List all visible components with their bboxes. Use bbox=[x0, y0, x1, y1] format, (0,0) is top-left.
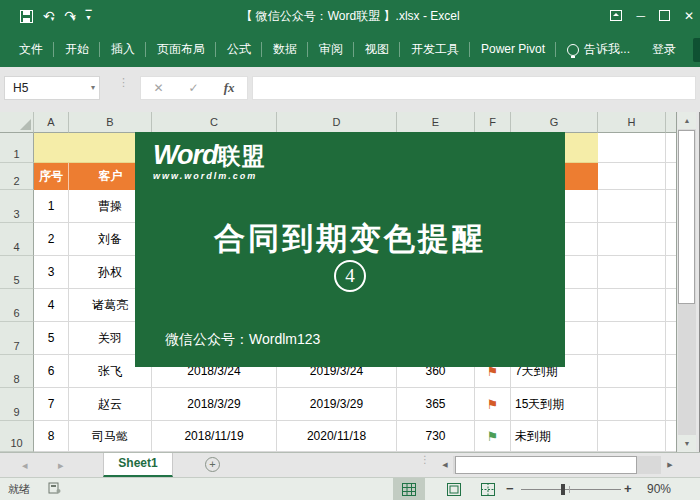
tab-insert[interactable]: 插入 bbox=[100, 32, 146, 67]
normal-view-button[interactable] bbox=[393, 478, 425, 500]
cell-seq[interactable]: 3 bbox=[34, 256, 69, 289]
scroll-left-icon[interactable]: ◀ bbox=[438, 456, 452, 474]
tab-view[interactable]: 视图 bbox=[354, 32, 400, 67]
close-button[interactable]: ✕ bbox=[684, 10, 694, 22]
cell-name[interactable]: 司马懿 bbox=[69, 421, 152, 452]
vertical-scroll-thumb[interactable] bbox=[678, 130, 695, 304]
zoom-in-icon[interactable]: + bbox=[624, 481, 632, 496]
row-header-8[interactable]: 8 bbox=[0, 355, 34, 388]
scroll-right-icon[interactable]: ▶ bbox=[663, 456, 677, 474]
cell-start-date[interactable]: 2018/11/19 bbox=[152, 421, 277, 452]
formula-bar: H5▾ ⋮ ✕ ✓ fx bbox=[0, 67, 700, 112]
column-header-h[interactable]: H bbox=[598, 112, 666, 133]
select-all-corner[interactable] bbox=[0, 112, 34, 133]
table-row: 9 7 赵云 2018/3/29 2019/3/29 365 ⚑ 15天到期 bbox=[0, 388, 676, 421]
tab-power-pivot[interactable]: Power Pivot bbox=[470, 32, 556, 67]
table-row: 10 8 司马懿 2018/11/19 2020/11/18 730 ⚑ 未到期 bbox=[0, 421, 676, 452]
minimize-button[interactable]: ─ bbox=[636, 10, 645, 22]
step-number-badge: 4 bbox=[334, 260, 366, 292]
cell-name[interactable]: 赵云 bbox=[69, 388, 152, 421]
cell-h1[interactable] bbox=[598, 133, 666, 163]
sheet-tab-sheet1[interactable]: Sheet1 bbox=[103, 453, 173, 477]
scroll-up-icon[interactable]: ▲ bbox=[678, 112, 696, 129]
cell-seq[interactable]: 4 bbox=[34, 289, 69, 322]
sheetbar-separator: ⋮ bbox=[420, 457, 428, 462]
column-header-b[interactable]: B bbox=[69, 112, 152, 133]
sign-in-button[interactable]: 登录 bbox=[641, 32, 687, 67]
column-header-c[interactable]: C bbox=[152, 112, 277, 133]
flag-icon: ⚑ bbox=[487, 430, 499, 443]
namebox-dropdown-icon[interactable]: ▾ bbox=[91, 77, 95, 99]
row-header-1[interactable]: 1 bbox=[0, 133, 34, 163]
cell-days[interactable]: 730 bbox=[397, 421, 475, 452]
row-header-5[interactable]: 5 bbox=[0, 256, 34, 289]
cell-flag[interactable]: ⚑ bbox=[475, 388, 511, 421]
column-header-filler bbox=[666, 112, 676, 133]
column-header-g[interactable]: G bbox=[511, 112, 598, 133]
cell-flag[interactable]: ⚑ bbox=[475, 421, 511, 452]
vertical-scrollbar[interactable]: ▲ ▼ bbox=[678, 112, 696, 452]
sheet-tab-bar: ◂ ▸ Sheet1 + ⋮ ◀ ▶ bbox=[0, 452, 700, 477]
page-layout-view-button[interactable] bbox=[438, 478, 470, 500]
cell-start-date[interactable]: 2018/3/29 bbox=[152, 388, 277, 421]
column-header-e[interactable]: E bbox=[397, 112, 475, 133]
tab-home[interactable]: 开始 bbox=[54, 32, 100, 67]
cell-status[interactable]: 未到期 bbox=[511, 421, 598, 452]
next-sheet-icon[interactable]: ▸ bbox=[58, 453, 64, 477]
formula-input[interactable] bbox=[252, 76, 696, 100]
cell-seq[interactable]: 2 bbox=[34, 223, 69, 256]
tab-data[interactable]: 数据 bbox=[262, 32, 308, 67]
ribbon-display-options-icon[interactable] bbox=[610, 10, 622, 23]
horizontal-scrollbar[interactable] bbox=[453, 456, 661, 474]
tab-file[interactable]: 文件 bbox=[8, 32, 54, 67]
cell-seq[interactable]: 8 bbox=[34, 421, 69, 452]
tab-developer[interactable]: 开发工具 bbox=[400, 32, 470, 67]
row-header-7[interactable]: 7 bbox=[0, 322, 34, 355]
share-button[interactable]: 共享 bbox=[693, 38, 700, 62]
column-header-f[interactable]: F bbox=[475, 112, 511, 133]
zoom-out-icon[interactable]: − bbox=[506, 481, 514, 496]
wechat-account-line: 微信公众号：Wordlm123 bbox=[165, 331, 320, 349]
zoom-slider-handle[interactable] bbox=[561, 484, 565, 495]
horizontal-scroll-thumb[interactable] bbox=[455, 456, 637, 474]
zoom-slider[interactable] bbox=[521, 489, 621, 490]
add-sheet-icon[interactable]: + bbox=[205, 457, 220, 472]
cell-seq[interactable]: 1 bbox=[34, 190, 69, 223]
macro-record-icon[interactable] bbox=[48, 482, 61, 496]
row-header-9[interactable]: 9 bbox=[0, 388, 34, 421]
enter-icon[interactable]: ✓ bbox=[189, 81, 199, 95]
cell-end-date[interactable]: 2019/3/29 bbox=[277, 388, 397, 421]
cancel-icon[interactable]: ✕ bbox=[154, 81, 164, 95]
column-header-a[interactable]: A bbox=[34, 112, 69, 133]
cell-days[interactable]: 365 bbox=[397, 388, 475, 421]
row-header-6[interactable]: 6 bbox=[0, 289, 34, 322]
cell-end-date[interactable]: 2020/11/18 bbox=[277, 421, 397, 452]
insert-function-icon[interactable]: fx bbox=[224, 80, 235, 96]
name-box[interactable]: H5▾ bbox=[4, 76, 100, 100]
header-cell-seq[interactable]: 序号 bbox=[34, 163, 69, 190]
tab-page-layout[interactable]: 页面布局 bbox=[146, 32, 216, 67]
window-title: 【 微信公众号：Word联盟 】.xlsx - Excel bbox=[0, 0, 700, 32]
row-header-2[interactable]: 2 bbox=[0, 163, 34, 190]
prev-sheet-icon[interactable]: ◂ bbox=[22, 453, 28, 477]
tell-me-box[interactable]: 告诉我... bbox=[556, 32, 641, 67]
ribbon-tab-bar: 文件 开始 插入 页面布局 公式 数据 审阅 视图 开发工具 Power Piv… bbox=[0, 32, 700, 67]
ready-status: 就绪 bbox=[8, 482, 30, 497]
flag-icon: ⚑ bbox=[487, 398, 499, 411]
scroll-down-icon[interactable]: ▼ bbox=[678, 435, 696, 452]
cell-status[interactable]: 15天到期 bbox=[511, 388, 598, 421]
page-break-preview-button[interactable] bbox=[472, 478, 504, 500]
cell-seq[interactable]: 5 bbox=[34, 322, 69, 355]
cell-h2[interactable] bbox=[598, 163, 666, 190]
cell-seq[interactable]: 6 bbox=[34, 355, 69, 388]
tab-formulas[interactable]: 公式 bbox=[216, 32, 262, 67]
tab-review[interactable]: 审阅 bbox=[308, 32, 354, 67]
row-header-3[interactable]: 3 bbox=[0, 190, 34, 223]
excel-window: ↶▾ ↷▾ ▔▾ 【 微信公众号：Word联盟 】.xlsx - Excel ─… bbox=[0, 0, 700, 500]
cell-seq[interactable]: 7 bbox=[34, 388, 69, 421]
maximize-button[interactable] bbox=[659, 10, 670, 23]
column-header-d[interactable]: D bbox=[277, 112, 397, 133]
row-header-4[interactable]: 4 bbox=[0, 223, 34, 256]
zoom-level[interactable]: 90% bbox=[647, 482, 671, 496]
row-header-10[interactable]: 10 bbox=[0, 421, 34, 452]
